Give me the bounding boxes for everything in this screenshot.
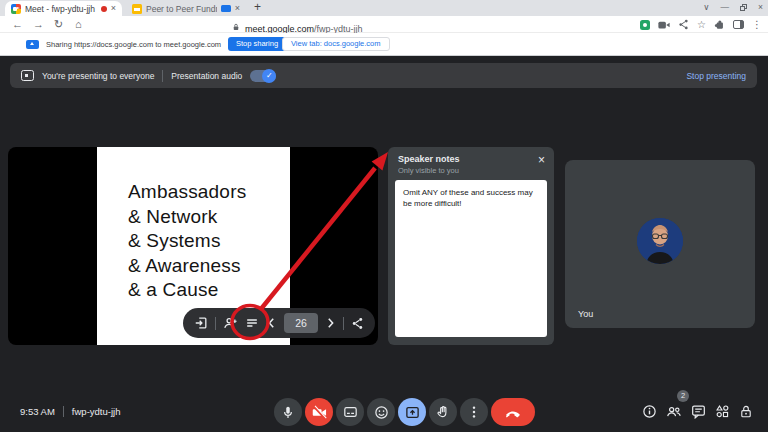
meeting-info: 9:53 AM fwp-ydtu-jjh <box>20 406 120 417</box>
slide-control-bar: 26 <box>183 308 375 338</box>
stop-sharing-button[interactable]: Stop sharing <box>228 37 286 51</box>
extensions-puzzle-icon[interactable] <box>714 19 725 30</box>
tab-title: Peer to Peer Fundraising - G <box>146 4 217 14</box>
close-icon[interactable]: × <box>538 153 545 167</box>
side-panel-icon[interactable] <box>733 20 744 29</box>
camera-off-icon <box>312 405 327 420</box>
slide-line: & a Cause <box>128 278 246 303</box>
window-controls: ∨ — × <box>703 0 763 14</box>
tab-sharing-indicator-icon <box>221 5 231 12</box>
presentation-region: Ambassadors & Network & Systems & Awaren… <box>8 147 378 345</box>
presenting-icon <box>21 70 34 81</box>
chat-icon[interactable] <box>691 404 706 419</box>
presentation-audio-label: Presentation audio <box>171 71 242 81</box>
participant-name: You <box>578 309 593 319</box>
url-host: meet.google.com <box>245 24 314 34</box>
camera-off-button[interactable] <box>305 398 333 426</box>
slide-line: & Systems <box>128 229 246 254</box>
stop-presenting-button[interactable]: Stop presenting <box>686 71 746 81</box>
home-icon[interactable]: ⌂ <box>75 17 82 32</box>
new-tab-button[interactable]: + <box>254 0 261 14</box>
previous-slide-icon[interactable] <box>266 317 277 329</box>
divider <box>63 406 64 417</box>
speaker-notes-title: Speaker notes <box>398 154 460 164</box>
slide-line: & Awareness <box>128 254 246 279</box>
meet-favicon-icon <box>11 4 21 14</box>
microphone-icon <box>281 405 295 420</box>
tab-slides[interactable]: Peer to Peer Fundraising - G × <box>126 1 246 16</box>
meeting-code: fwp-ydtu-jjh <box>72 406 121 417</box>
view-tab-button[interactable]: View tab: docs.google.com <box>282 37 390 51</box>
next-slide-icon[interactable] <box>325 317 336 329</box>
person-add-icon[interactable] <box>223 316 238 330</box>
more-options-button[interactable] <box>460 398 488 426</box>
share-slide-icon[interactable] <box>351 317 364 330</box>
recording-indicator-icon <box>101 6 107 12</box>
kebab-menu-icon <box>467 405 481 419</box>
raise-hand-button[interactable] <box>429 398 457 426</box>
end-call-button[interactable] <box>491 398 535 426</box>
slide-line: Ambassadors <box>128 180 246 205</box>
present-button[interactable] <box>398 398 426 426</box>
google-meet-window: Meet - fwp-ydtu-jjh × Peer to Peer Fundr… <box>0 0 768 432</box>
participant-count-badge: 2 <box>677 390 689 402</box>
avatar <box>637 218 683 264</box>
end-call-icon <box>504 404 522 420</box>
participant-tile[interactable]: You <box>565 160 755 328</box>
restore-icon[interactable] <box>740 4 747 11</box>
tab-sharing-banner: Sharing https://docs.google.com to meet.… <box>0 33 768 56</box>
browser-menu-icon[interactable]: ⋮ <box>752 18 762 32</box>
divider <box>343 317 344 330</box>
slide-text: Ambassadors & Network & Systems & Awaren… <box>128 180 246 303</box>
camera-extension-icon[interactable] <box>658 20 670 30</box>
close-window-icon[interactable]: × <box>758 2 763 12</box>
presenting-status: You're presenting to everyone <box>42 71 154 81</box>
captions-icon <box>343 405 358 419</box>
present-screen-icon <box>405 405 420 420</box>
speaker-notes-subtitle: Only visible to you <box>398 166 459 175</box>
tab-title: Meet - fwp-ydtu-jjh <box>25 4 97 14</box>
speaker-notes-panel: Speaker notes Only visible to you × Omit… <box>388 147 554 345</box>
url-path: /fwp-ydtu-jjh <box>314 24 363 34</box>
host-controls-lock-icon[interactable] <box>739 404 753 419</box>
slide-number[interactable]: 26 <box>284 313 318 333</box>
tab-meet[interactable]: Meet - fwp-ydtu-jjh × <box>5 1 122 16</box>
microphone-button[interactable] <box>274 398 302 426</box>
divider <box>215 317 216 330</box>
slides-favicon-icon <box>132 4 142 14</box>
open-in-tab-icon[interactable] <box>194 316 208 330</box>
sharing-message: Sharing https://docs.google.com to meet.… <box>46 40 221 49</box>
browser-toolbar: ← → ↻ ⌂ meet.google.com/fwp-ydtu-jjh ☆ <box>0 16 768 33</box>
presentation-audio-toggle[interactable] <box>250 70 276 82</box>
clock-time: 9:53 AM <box>20 406 55 417</box>
hand-icon <box>436 405 450 420</box>
smiley-icon <box>374 405 389 420</box>
forward-icon[interactable]: → <box>33 17 44 32</box>
extension-icon[interactable] <box>640 20 650 30</box>
activities-icon[interactable] <box>715 404 730 419</box>
close-icon[interactable]: × <box>111 4 116 13</box>
share-icon[interactable] <box>678 19 689 30</box>
call-controls <box>274 398 535 426</box>
bookmark-star-icon[interactable]: ☆ <box>697 18 706 32</box>
lock-icon <box>232 22 240 32</box>
presenting-bar: You're presenting to everyone Presentati… <box>10 63 757 88</box>
reactions-button[interactable] <box>367 398 395 426</box>
minimize-icon[interactable]: — <box>721 2 730 12</box>
divider <box>162 70 163 82</box>
extensions-row: ☆ ⋮ <box>640 17 762 32</box>
close-icon[interactable]: × <box>235 4 240 13</box>
speaker-notes-icon[interactable] <box>245 316 259 330</box>
captions-button[interactable] <box>336 398 364 426</box>
browser-tab-strip: Meet - fwp-ydtu-jjh × Peer to Peer Fundr… <box>0 0 768 16</box>
reload-icon[interactable]: ↻ <box>54 17 63 32</box>
back-icon[interactable]: ← <box>12 17 23 32</box>
slide-line: & Network <box>128 205 246 230</box>
screen-share-icon <box>26 40 39 49</box>
info-icon[interactable] <box>642 404 657 419</box>
chevron-down-icon[interactable]: ∨ <box>703 2 709 12</box>
people-icon[interactable] <box>666 404 682 419</box>
speaker-notes-text: Omit ANY of these and success may be mor… <box>403 187 539 209</box>
speaker-notes-body: Omit ANY of these and success may be mor… <box>395 180 547 337</box>
meeting-panels <box>642 404 753 419</box>
